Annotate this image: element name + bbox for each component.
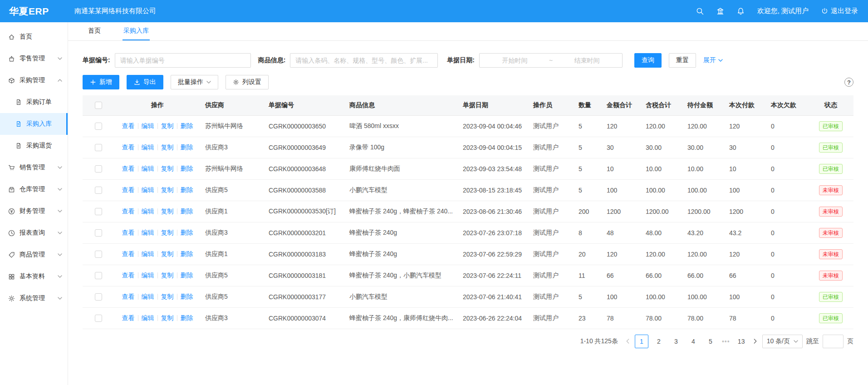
row-action-copy[interactable]: 复制 — [161, 186, 174, 193]
row-action-delete[interactable]: 删除 — [181, 165, 193, 172]
page-button-4[interactable]: 4 — [687, 335, 700, 348]
tab-home[interactable]: 首页 — [87, 22, 102, 40]
sidebar-item-system[interactable]: 系统管理 — [0, 287, 68, 309]
bell-icon[interactable] — [737, 7, 745, 15]
row-action-view[interactable]: 查看 — [122, 165, 135, 172]
row-action-view[interactable]: 查看 — [122, 250, 135, 257]
row-action-delete[interactable]: 删除 — [181, 186, 193, 193]
row-action-delete[interactable]: 删除 — [181, 207, 193, 215]
row-checkbox[interactable] — [95, 272, 102, 279]
sidebar-item-home[interactable]: 首页 — [0, 26, 68, 48]
search-button[interactable]: 查询 — [634, 53, 662, 68]
help-icon[interactable]: ? — [844, 78, 853, 87]
sidebar-item-finance[interactable]: 财务管理 — [0, 200, 68, 222]
table-row: 查看编辑复制删除供应商5CGRK00000003181蜂蜜柚子茶 240g，小鹏… — [83, 265, 853, 286]
row-action-edit[interactable]: 编辑 — [142, 250, 154, 257]
building-icon[interactable] — [716, 7, 724, 15]
row-action-view[interactable]: 查看 — [122, 122, 135, 129]
row-action-view[interactable]: 查看 — [122, 143, 135, 151]
row-action-view[interactable]: 查看 — [122, 229, 135, 236]
sidebar-item-product[interactable]: 商品管理 — [0, 244, 68, 266]
row-action-edit[interactable]: 编辑 — [142, 143, 154, 151]
row-action-copy[interactable]: 复制 — [161, 122, 174, 129]
row-action-copy[interactable]: 复制 — [161, 165, 174, 172]
chevron-down-icon — [718, 59, 723, 62]
row-action-edit[interactable]: 编辑 — [142, 165, 154, 172]
row-action-copy[interactable]: 复制 — [161, 293, 174, 300]
row-checkbox[interactable] — [95, 208, 102, 215]
jump-input[interactable] — [823, 335, 843, 348]
page-button-2[interactable]: 2 — [652, 335, 666, 348]
sidebar-item-basic[interactable]: 基本资料 — [0, 266, 68, 287]
sidebar-item-purchase-order[interactable]: 采购订单 — [0, 91, 68, 113]
row-action-copy[interactable]: 复制 — [161, 207, 174, 215]
row-action-delete[interactable]: 删除 — [181, 250, 193, 257]
sidebar-item-purchase-inbound[interactable]: 采购入库 — [0, 113, 68, 135]
sidebar-item-report[interactable]: 报表查询 — [0, 222, 68, 244]
row-action-view[interactable]: 查看 — [122, 186, 135, 193]
select-all-checkbox[interactable] — [95, 102, 102, 109]
row-action-delete[interactable]: 删除 — [181, 229, 193, 236]
row-checkbox[interactable] — [95, 144, 102, 151]
row-action-edit[interactable]: 编辑 — [142, 122, 154, 129]
row-action-edit[interactable]: 编辑 — [142, 186, 154, 193]
row-checkbox[interactable] — [95, 229, 102, 237]
sidebar-item-sales[interactable]: 销售管理 — [0, 157, 68, 178]
row-action-edit[interactable]: 编辑 — [142, 293, 154, 300]
sidebar-item-warehouse[interactable]: 仓库管理 — [0, 178, 68, 200]
expand-link[interactable]: 展开 — [703, 56, 723, 64]
row-action-view[interactable]: 查看 — [122, 293, 135, 300]
prev-page-button[interactable] — [624, 339, 631, 344]
row-action-copy[interactable]: 复制 — [161, 143, 174, 151]
page-button-3[interactable]: 3 — [669, 335, 683, 348]
row-checkbox[interactable] — [95, 251, 102, 258]
next-page-button[interactable] — [752, 339, 759, 344]
sidebar-item-purchase[interactable]: 采购管理 — [0, 69, 68, 91]
tab-purchase-inbound[interactable]: 采购入库 — [123, 22, 150, 40]
cell-supplier: 供应商5 — [201, 265, 264, 286]
row-action-edit[interactable]: 编辑 — [142, 207, 154, 215]
row-action-copy[interactable]: 复制 — [161, 250, 174, 257]
page-size-select[interactable]: 10 条/页 — [762, 335, 803, 348]
doc-no-input[interactable] — [115, 53, 251, 68]
row-checkbox[interactable] — [95, 165, 102, 173]
row-checkbox[interactable] — [95, 293, 102, 301]
search-icon[interactable] — [696, 7, 704, 15]
page-button-1[interactable]: 1 — [635, 335, 648, 348]
row-action-copy[interactable]: 复制 — [161, 229, 174, 236]
row-action-view[interactable]: 查看 — [122, 207, 135, 215]
batch-actions-button[interactable]: 批量操作 — [171, 75, 218, 89]
row-action-copy[interactable]: 复制 — [161, 314, 174, 321]
product-info-input[interactable] — [290, 53, 438, 68]
sidebar-item-purchase-return[interactable]: 采购退货 — [0, 135, 68, 157]
sidebar-item-retail[interactable]: 零售管理 — [0, 48, 68, 69]
date-end-input[interactable] — [555, 57, 618, 64]
reset-button[interactable]: 重置 — [669, 53, 696, 68]
date-start-input[interactable] — [483, 57, 546, 64]
date-range-picker[interactable]: ~ — [479, 53, 623, 68]
page-button-5[interactable]: 5 — [704, 335, 717, 348]
row-action-edit[interactable]: 编辑 — [142, 271, 154, 279]
row-action-delete[interactable]: 删除 — [181, 122, 193, 129]
logout-button[interactable]: 退出登录 — [821, 7, 858, 15]
cell-product: 蜂蜜柚子茶 240g，蜂蜜柚子茶 240... — [345, 201, 458, 222]
row-action-delete[interactable]: 删除 — [181, 293, 193, 300]
column-settings-button[interactable]: 列设置 — [226, 75, 269, 89]
row-checkbox[interactable] — [95, 315, 102, 322]
row-action-delete[interactable]: 删除 — [181, 271, 193, 279]
add-button[interactable]: 新增 — [83, 75, 119, 89]
table-body: 查看编辑复制删除苏州蜗牛网络CGRK00000003650啤酒 580ml xx… — [83, 115, 853, 329]
cell-doc_no: CGRK00000003074 — [264, 307, 345, 329]
page-button-13[interactable]: 13 — [735, 335, 748, 348]
row-action-copy[interactable]: 复制 — [161, 271, 174, 279]
export-button[interactable]: 导出 — [127, 75, 163, 89]
row-action-view[interactable]: 查看 — [122, 271, 135, 279]
row-action-edit[interactable]: 编辑 — [142, 229, 154, 236]
row-checkbox[interactable] — [95, 187, 102, 194]
row-action-edit[interactable]: 编辑 — [142, 314, 154, 321]
row-checkbox[interactable] — [95, 123, 102, 130]
page-ellipsis[interactable]: ••• — [721, 338, 731, 345]
row-action-view[interactable]: 查看 — [122, 314, 135, 321]
row-action-delete[interactable]: 删除 — [181, 143, 193, 151]
row-action-delete[interactable]: 删除 — [181, 314, 193, 321]
